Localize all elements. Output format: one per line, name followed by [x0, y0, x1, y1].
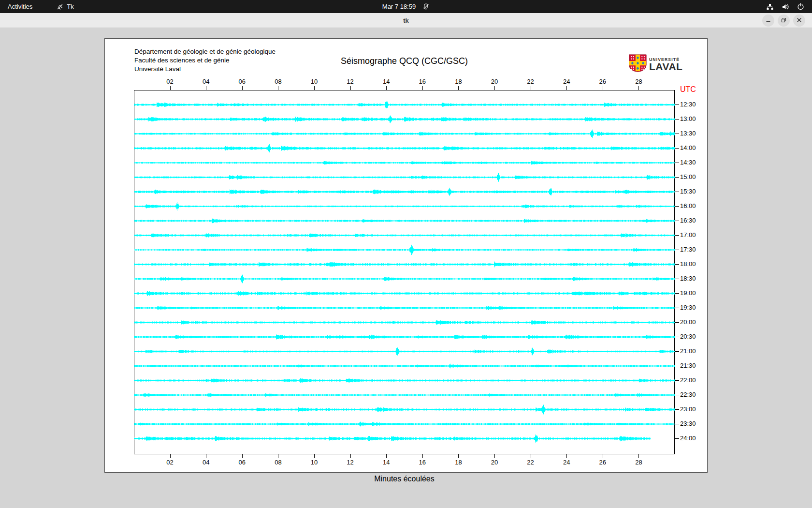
time-tick: [675, 308, 679, 308]
time-label: 17:00: [680, 231, 696, 239]
x-tick: [603, 86, 603, 90]
x-tick-label: 24: [563, 459, 570, 466]
time-label: 22:00: [680, 376, 696, 384]
time-tick: [675, 206, 679, 207]
x-tick-label: 14: [383, 459, 390, 466]
tk-app-label: Tk: [67, 3, 73, 10]
x-tick: [386, 454, 387, 458]
window-controls: [762, 15, 805, 27]
time-tick: [675, 279, 679, 279]
time-label: 19:00: [680, 289, 696, 297]
x-tick: [494, 454, 495, 458]
x-tick-label: 24: [563, 78, 570, 85]
seismogram-traces-canvas: [134, 90, 675, 454]
x-tick: [531, 86, 531, 90]
time-tick: [675, 337, 679, 337]
x-tick-label: 10: [311, 78, 318, 85]
clock-area[interactable]: Mar 7 18:59: [382, 0, 430, 13]
x-tick: [603, 454, 603, 458]
seismograph-window: Département de géologie et de génie géol…: [104, 38, 708, 473]
x-tick: [242, 454, 243, 458]
x-tick-label: 10: [311, 459, 318, 466]
time-label: 12:30: [680, 101, 696, 108]
x-tick: [170, 86, 171, 90]
x-tick-label: 02: [166, 459, 173, 466]
laval-shield-icon: [629, 54, 647, 74]
time-tick: [675, 424, 679, 424]
time-tick: [675, 264, 679, 265]
page-title: Séismographe QCQ (CGC/GSC): [134, 56, 675, 66]
time-label: 18:30: [680, 275, 696, 282]
x-tick-label: 04: [203, 78, 209, 85]
x-tick: [314, 454, 315, 458]
time-tick: [675, 119, 679, 120]
time-tick: [675, 148, 679, 149]
x-tick: [206, 86, 206, 90]
minimize-icon: [766, 17, 771, 24]
time-tick: [675, 395, 679, 395]
time-label: 23:00: [680, 405, 696, 413]
x-tick: [458, 86, 459, 90]
time-label: 16:30: [680, 217, 696, 224]
time-tick: [675, 235, 679, 236]
x-tick-label: 12: [347, 459, 353, 466]
x-tick: [206, 454, 206, 458]
restore-icon: [781, 17, 786, 24]
x-tick-label: 08: [275, 78, 281, 85]
x-tick-label: 08: [275, 459, 281, 466]
laval-logo-text: UNIVERSITÉ LAVAL: [649, 54, 682, 74]
x-tick: [422, 454, 423, 458]
time-label: 15:30: [680, 188, 696, 195]
x-tick-label: 26: [599, 78, 606, 85]
x-tick: [278, 86, 278, 90]
desktop: Département de géologie et de génie géol…: [0, 28, 812, 508]
x-tick: [350, 86, 351, 90]
x-axis-label: Minutes écoulées: [134, 475, 675, 483]
time-label: 13:30: [680, 130, 696, 137]
time-label: 21:30: [680, 362, 696, 369]
x-tick: [494, 86, 495, 90]
time-label: 21:00: [680, 347, 696, 355]
time-label: 13:00: [680, 115, 696, 122]
x-tick-label: 16: [419, 459, 426, 466]
top-bar-left: Activities Tk: [0, 0, 78, 13]
tk-app-indicator[interactable]: Tk: [53, 0, 77, 13]
window-titlebar[interactable]: tk: [0, 13, 812, 28]
x-tick-label: 22: [527, 78, 534, 85]
x-tick-label: 18: [455, 459, 462, 466]
time-tick: [675, 380, 679, 381]
minimize-button[interactable]: [762, 15, 774, 27]
x-tick: [566, 86, 567, 90]
x-tick-label: 14: [383, 78, 390, 85]
time-label: 22:30: [680, 391, 696, 398]
x-tick-label: 28: [635, 78, 642, 85]
activities-button[interactable]: Activities: [0, 0, 40, 13]
time-tick: [675, 438, 679, 439]
x-tick: [386, 86, 387, 90]
volume-icon: [782, 3, 789, 11]
time-tick: [675, 322, 679, 323]
restore-button[interactable]: [778, 15, 790, 27]
x-tick-label: 06: [239, 78, 246, 85]
x-tick: [422, 86, 423, 90]
time-label: 15:00: [680, 173, 696, 180]
time-tick: [675, 134, 679, 134]
top-bar: Activities Tk Mar 7 18:59: [0, 0, 812, 13]
time-label: 20:30: [680, 333, 696, 340]
time-label: 16:00: [680, 202, 696, 209]
time-label: 19:30: [680, 304, 696, 311]
x-tick-label: 18: [455, 78, 462, 85]
time-tick: [675, 366, 679, 366]
time-tick: [675, 105, 679, 105]
x-tick-label: 16: [419, 78, 426, 85]
network-icon: [766, 3, 774, 11]
x-tick: [242, 86, 243, 90]
x-tick-label: 22: [527, 459, 534, 466]
close-button[interactable]: [793, 15, 805, 27]
time-tick: [675, 293, 679, 294]
x-tick-label: 12: [347, 78, 353, 85]
utc-label: UTC: [680, 85, 696, 94]
notifications-off-icon: [422, 3, 430, 10]
system-status-area[interactable]: [758, 0, 812, 13]
time-tick: [675, 250, 679, 250]
